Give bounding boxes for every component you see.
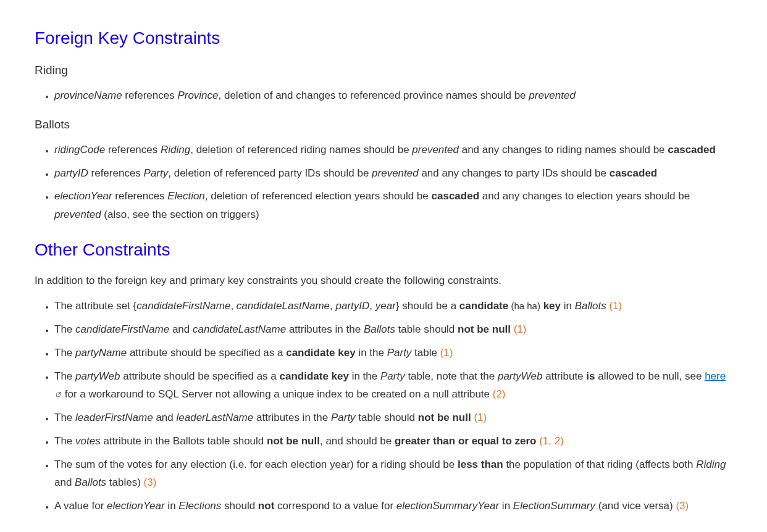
text: A value for (54, 500, 107, 512)
text: the population of that riding (affects b… (503, 459, 697, 470)
note-marker: (1) (437, 347, 453, 359)
attribute-name: candidateLastName (193, 323, 286, 335)
text: and (54, 476, 75, 488)
note-marker: (2) (490, 388, 506, 400)
text: , deletion of referenced party IDs shoul… (168, 167, 372, 179)
text: correspond to a value for (274, 500, 396, 512)
ballots-constraint-list: ridingCode references Riding, deletion o… (35, 141, 732, 224)
list-item: electionYear references Election, deleti… (54, 187, 732, 224)
table-name: Ballots (364, 323, 395, 335)
text: The (54, 347, 75, 359)
text: , deletion of and changes to referenced … (219, 89, 529, 101)
text: and any changes to party IDs should be (419, 167, 610, 179)
text: The (54, 435, 75, 447)
note-marker: (1) (511, 323, 527, 335)
list-item: partyID references Party, deletion of re… (54, 164, 732, 183)
text: attribute in the Ballots table should (101, 435, 267, 447)
table-name: Party (387, 347, 412, 359)
text: , deletion of referenced election years … (205, 190, 432, 202)
text: attribute should be specified as a (127, 347, 286, 359)
list-item: The votes attribute in the Ballots table… (54, 432, 732, 451)
external-link-icon (56, 385, 62, 391)
heading-other-constraints: Other Constraints (35, 235, 732, 265)
attribute-name: electionYear (107, 500, 165, 512)
text: and (153, 412, 177, 423)
text: table should (395, 323, 458, 335)
text: references (88, 167, 144, 179)
attribute-name: leaderFirstName (75, 412, 153, 423)
table-name: Riding (696, 459, 726, 470)
subheading-ballots: Ballots (35, 115, 732, 135)
attribute-name: year (375, 300, 396, 312)
list-item: ridingCode references Riding, deletion o… (54, 141, 732, 159)
text: attribute should be specified as a (120, 370, 279, 382)
attribute-name: electionSummaryYear (396, 500, 499, 512)
emphasis: cascaded (432, 190, 480, 202)
emphasis: is (586, 370, 595, 382)
here-link[interactable]: here (705, 370, 726, 382)
text: references (105, 144, 161, 156)
emphasis: greater than or equal to zero (395, 435, 537, 447)
attribute-name: candidateFirstName (136, 300, 230, 312)
attribute-name: partyWeb (498, 370, 542, 382)
emphasis: prevented (529, 89, 576, 101)
attribute-name: ridingCode (54, 144, 105, 156)
emphasis: prevented (54, 209, 101, 220)
text: for a workaround to SQL Server not allow… (62, 388, 490, 400)
text: attributes in the (253, 412, 331, 423)
attribute-name: partyID (336, 300, 370, 312)
table-name: Riding (161, 144, 190, 156)
text: table should (356, 412, 418, 423)
emphasis: candidate (459, 300, 508, 312)
text: in (165, 500, 179, 512)
attribute-name: partyName (75, 347, 127, 359)
riding-constraint-list: provinceName references Province, deleti… (35, 86, 732, 105)
text: The attribute set { (54, 300, 136, 312)
emphasis: key (540, 300, 561, 312)
subheading-riding: Riding (35, 60, 732, 80)
emphasis: cascaded (668, 144, 716, 156)
text: The (54, 370, 75, 382)
text: allowed to be null, see (595, 370, 705, 382)
attribute-name: partyWeb (75, 370, 120, 382)
text: table (411, 347, 437, 359)
emphasis: not be null (267, 435, 320, 447)
text: , deletion of referenced riding names sh… (190, 144, 412, 156)
list-item: The leaderFirstName and leaderLastName a… (54, 409, 732, 427)
text: (and vice versa) (595, 500, 673, 512)
emphasis: prevented (372, 167, 419, 179)
emphasis: prevented (412, 144, 459, 156)
table-name: Elections (178, 500, 221, 512)
text: The (54, 412, 75, 423)
list-item: provinceName references Province, deleti… (54, 86, 732, 105)
text-small: ( (508, 301, 514, 311)
list-item: The partyName attribute should be specif… (54, 344, 732, 362)
text: The (54, 323, 75, 335)
text: and (169, 323, 193, 335)
emphasis: candidate key (286, 347, 355, 359)
emphasis: cascaded (610, 167, 658, 179)
text: , (230, 300, 236, 312)
attribute-name: candidateFirstName (75, 323, 169, 335)
text: , (330, 300, 335, 312)
text: in the (356, 347, 387, 359)
attribute-name: votes (75, 435, 101, 447)
table-name: Party (380, 370, 405, 382)
note-marker: (3) (141, 476, 157, 488)
emphasis: not be null (458, 323, 511, 335)
table-name: ElectionSummary (513, 500, 595, 512)
text: in (499, 500, 513, 512)
list-item: The sum of the votes for any election (i… (54, 455, 732, 493)
table-name: Election (167, 190, 204, 202)
note-marker: (1) (471, 412, 487, 423)
list-item: The candidateFirstName and candidateLast… (54, 320, 732, 339)
heading-foreign-key-constraints: Foreign Key Constraints (35, 23, 732, 53)
text: , and should be (320, 435, 395, 447)
other-constraints-list: The attribute set {candidateFirstName, c… (35, 297, 732, 515)
note-marker: (1, 2) (536, 435, 563, 447)
text: in (561, 300, 575, 312)
text: (also, see the section on triggers) (101, 209, 259, 220)
attribute-name: provinceName (54, 89, 122, 101)
list-item: A value for electionYear in Elections sh… (54, 497, 732, 515)
text: } should be a (396, 300, 459, 312)
